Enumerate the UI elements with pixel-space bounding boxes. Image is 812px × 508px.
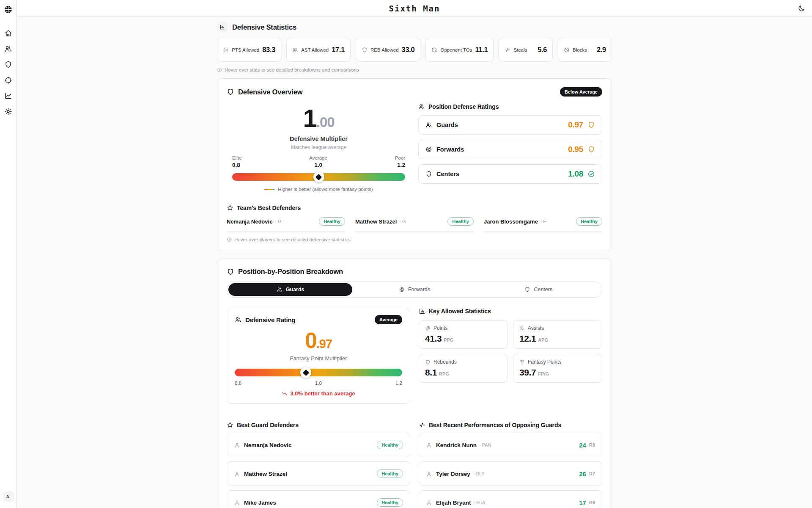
- defender-item[interactable]: Matthew Strazel · G Healthy: [355, 217, 474, 232]
- users-icon: [519, 326, 525, 331]
- stat-label: Blocks: [573, 47, 587, 52]
- basketball-logo[interactable]: [4, 5, 13, 14]
- stat-label: PTS Allowed: [232, 47, 259, 52]
- stat-label: AST Allowed: [301, 47, 329, 52]
- ban-icon: [564, 47, 570, 53]
- bar-chart-icon: [219, 24, 225, 30]
- guards-defensive-rating-card: Defensive Rating Average 0.97 Fantasy Po…: [227, 308, 410, 404]
- users-icon: [418, 103, 425, 110]
- multiplier-label: Defensive Multiplier: [232, 135, 405, 142]
- stat-value: 33.0: [402, 46, 415, 54]
- position-tabs: Guards Forwards Centers: [227, 282, 602, 298]
- points-value: 17: [579, 499, 586, 506]
- scale-poor: Poor 1.2: [395, 155, 405, 168]
- key-stats-header: Key Allowed Statistics: [419, 308, 602, 315]
- tab-centers[interactable]: Centers: [477, 283, 601, 296]
- person-icon: [426, 471, 432, 477]
- target-icon: [399, 287, 405, 293]
- stat-card-reb-allowed[interactable]: REB Allowed 33.0: [356, 38, 420, 62]
- best-defenders-header: Best Guard Defenders: [227, 422, 410, 428]
- target-icon: [223, 47, 229, 53]
- defender-card[interactable]: Nemanja Nedovic Healthy: [227, 433, 410, 457]
- rating-row-forwards[interactable]: Forwards 0.95: [418, 140, 602, 159]
- health-status-badge: Healthy: [377, 441, 403, 449]
- refresh-icon: [431, 47, 437, 53]
- star-icon: [227, 204, 233, 211]
- defender-item[interactable]: Nemanja Nedovic · G Healthy: [227, 217, 345, 232]
- users-icon: [425, 121, 432, 128]
- stat-label: Opponent TOs: [440, 47, 472, 52]
- multiplier-value: 1.00: [232, 106, 405, 131]
- breakdown-header: Position-by-Position Breakdown: [227, 268, 602, 276]
- players-hover-hint: Hover over players to see detailed defen…: [227, 237, 602, 242]
- stat-value: 2.9: [597, 46, 606, 54]
- crosshair-icon[interactable]: [4, 76, 12, 84]
- round-label: R8: [589, 442, 595, 447]
- multiplier-sublabel: Matches league average: [232, 144, 405, 150]
- key-card-fantasy-points[interactable]: Fantasy Points 39.7FP/G: [513, 354, 602, 383]
- defenders-header: Team's Best Defenders: [227, 204, 602, 211]
- star-icon: [227, 422, 233, 428]
- rating-row-centers[interactable]: Centers 1.08: [418, 164, 602, 184]
- overview-header: Defensive Overview Below Average: [227, 87, 602, 97]
- tab-guards[interactable]: Guards: [228, 283, 352, 296]
- scale-elite: Elite 0.8: [232, 155, 241, 168]
- defensive-statistics-header: Defensive Statistics: [217, 22, 612, 33]
- stat-value: 5.6: [538, 46, 547, 54]
- info-icon: [227, 237, 232, 242]
- team-icon[interactable]: [4, 45, 12, 53]
- avatar[interactable]: A.: [3, 491, 14, 502]
- rating-value: 0.97: [568, 120, 583, 130]
- rating-label: Fantasy Point Multiplier: [235, 355, 402, 362]
- trending-down-icon: [282, 391, 288, 397]
- round-label: R6: [589, 500, 595, 505]
- users-icon: [235, 316, 241, 323]
- tab-forwards[interactable]: Forwards: [352, 283, 476, 296]
- key-card-points[interactable]: Points 41.3PPG: [419, 320, 508, 349]
- stat-card-pts-allowed[interactable]: PTS Allowed 83.3: [217, 38, 281, 62]
- line-chart-icon[interactable]: [4, 92, 12, 100]
- defender-item[interactable]: Jaron Blossomgame · F Healthy: [484, 217, 602, 232]
- gauge-marker: [300, 367, 311, 378]
- ratings-header: Position Defense Ratings: [418, 103, 602, 110]
- main-area: Sixth Man Defensive Statistics PTS Allow…: [17, 0, 812, 508]
- defensive-overview-panel: Defensive Overview Below Average 1.00 De…: [217, 78, 612, 251]
- scale-average: Average 1.0: [309, 155, 327, 168]
- points-value: 26: [579, 470, 586, 478]
- target-icon: [425, 326, 431, 331]
- activity-icon: [505, 47, 510, 53]
- performance-card[interactable]: Tyler Dorsey · OLY 26 R7: [419, 461, 602, 486]
- performances-header: Best Recent Performances of Opposing Gua…: [419, 422, 602, 428]
- person-icon: [426, 500, 432, 506]
- stat-value: 17.1: [332, 46, 345, 54]
- users-icon: [292, 47, 298, 53]
- shield-icon: [587, 121, 595, 129]
- shield-icon: [227, 88, 234, 96]
- health-status-badge: Healthy: [319, 217, 345, 226]
- stat-card-steals[interactable]: Steals 5.6: [499, 38, 553, 62]
- defensive-multiplier-gauge: 1.00 Defensive Multiplier Matches league…: [227, 103, 411, 192]
- key-card-assists[interactable]: Assists 12.1APG: [513, 320, 602, 349]
- person-icon: [426, 442, 432, 448]
- key-card-rebounds[interactable]: Rebounds 8.1RPG: [419, 354, 508, 383]
- gear-icon[interactable]: [4, 108, 12, 116]
- shield-icon: [425, 359, 431, 365]
- performance-card[interactable]: Kendrick Nunn · PAN 24 R8: [419, 433, 602, 457]
- person-icon: [234, 442, 240, 448]
- performance-card[interactable]: Elijah Bryant · HTA 17 R6: [419, 490, 602, 508]
- health-status-badge: Healthy: [447, 217, 474, 226]
- person-icon: [234, 500, 240, 506]
- shield-icon[interactable]: [4, 61, 12, 69]
- defender-card[interactable]: Mike James Healthy: [227, 490, 410, 508]
- rating-row-guards[interactable]: Guards 0.97: [418, 115, 602, 135]
- users-icon: [277, 287, 283, 293]
- position-breakdown-panel: Position-by-Position Breakdown Guards Fo…: [217, 259, 612, 508]
- stat-card-blocks[interactable]: Blocks 2.9: [558, 38, 612, 62]
- stat-card-opponent-tos[interactable]: Opponent TOs 11.1: [425, 38, 494, 62]
- teams-best-defenders: Team's Best Defenders Nemanja Nedovic · …: [227, 204, 602, 242]
- stat-value: 11.1: [475, 46, 488, 54]
- stat-card-ast-allowed[interactable]: AST Allowed 17.1: [286, 38, 351, 62]
- home-icon[interactable]: [4, 29, 12, 37]
- dark-mode-toggle-moon-icon[interactable]: [798, 5, 805, 12]
- defender-card[interactable]: Matthew Strazel Healthy: [227, 461, 410, 486]
